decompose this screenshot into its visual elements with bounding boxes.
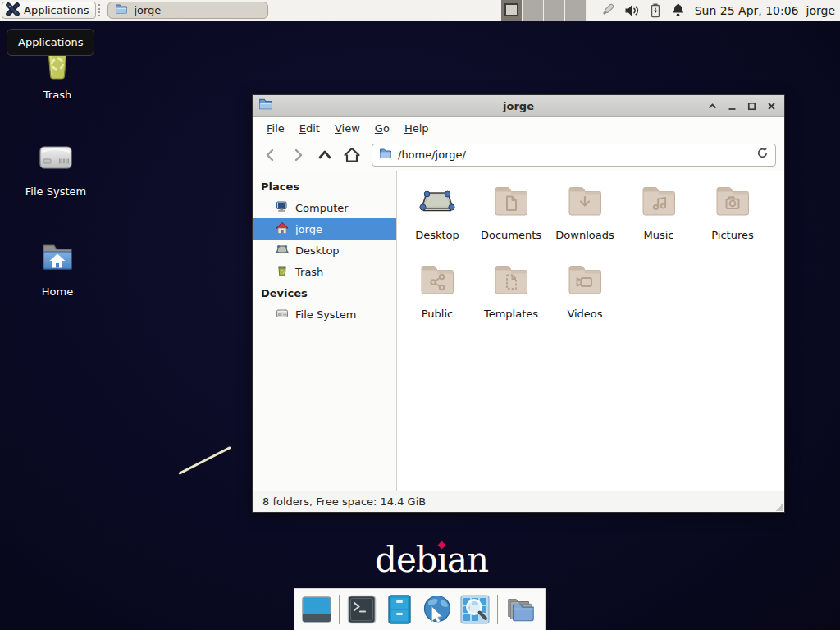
folder-icon xyxy=(115,2,128,18)
debian-logo: debıan xyxy=(375,543,488,578)
window-titlebar[interactable]: jorge xyxy=(253,95,784,117)
maximize-button[interactable] xyxy=(745,99,759,113)
folder-item-templates[interactable]: Templates xyxy=(474,260,548,337)
stylus-tool-icon[interactable] xyxy=(600,2,615,18)
menu-go[interactable]: Go xyxy=(368,120,396,137)
sidebar-item-label: Computer xyxy=(295,202,349,214)
dock-web-browser-launcher[interactable] xyxy=(422,594,453,625)
downloads-folder-icon xyxy=(565,181,605,223)
public-folder-icon xyxy=(418,260,457,302)
window-controls xyxy=(705,99,778,113)
top-panel: Applications jorge xyxy=(0,0,840,21)
globe-browser-icon xyxy=(422,594,453,625)
folder-item-label: Desktop xyxy=(415,229,459,241)
panel-clock[interactable]: Sun 25 Apr, 10:06 xyxy=(695,4,799,17)
folder-item-documents[interactable]: Documents xyxy=(474,181,548,258)
debian-logo-i: ı xyxy=(437,540,447,580)
desktop-icon-file-system[interactable]: File System xyxy=(15,138,97,198)
dock-show-desktop-button[interactable] xyxy=(301,594,332,625)
sidebar-item-file-system[interactable]: File System xyxy=(253,304,396,325)
debian-logo-text: deb xyxy=(375,540,437,580)
workspace-2[interactable] xyxy=(523,0,544,21)
file-manager-window: jorge File Edit View Go Help xyxy=(252,94,785,513)
sidebar-item-jorge[interactable]: jorge xyxy=(253,218,396,240)
drive-icon xyxy=(276,307,289,322)
panel-username[interactable]: jorge xyxy=(806,4,835,17)
volume-icon[interactable] xyxy=(624,3,640,18)
applications-tooltip: Applications xyxy=(7,29,94,56)
desktop-icon-home[interactable]: Home xyxy=(16,238,98,298)
menu-help[interactable]: Help xyxy=(398,120,436,137)
desktop-surface-icon xyxy=(418,181,457,223)
menu-label: V xyxy=(335,122,342,135)
menu-file[interactable]: File xyxy=(260,120,291,137)
desktop-icon-label: Home xyxy=(42,285,73,298)
pointer-stroke xyxy=(178,446,231,475)
sidebar-devices-header: Devices xyxy=(253,282,396,304)
back-button[interactable] xyxy=(261,145,281,165)
location-bar[interactable] xyxy=(372,144,776,167)
taskbar-window-button[interactable]: jorge xyxy=(107,2,268,19)
folder-item-public[interactable]: Public xyxy=(400,260,474,337)
sidebar-item-label: jorge xyxy=(295,223,322,235)
menu-edit[interactable]: Edit xyxy=(293,120,326,137)
home-button[interactable] xyxy=(342,145,362,165)
folder-item-label: Documents xyxy=(481,229,541,241)
menu-view[interactable]: View xyxy=(328,120,367,137)
menu-label: dit xyxy=(306,122,320,135)
toolbar xyxy=(253,139,784,171)
forward-button[interactable] xyxy=(288,145,308,165)
sidebar-item-desktop[interactable]: Desktop xyxy=(253,240,396,261)
folder-item-label: Videos xyxy=(567,308,602,320)
window-title: jorge xyxy=(253,100,784,112)
resize-grip[interactable] xyxy=(775,503,783,511)
dock-file-manager-launcher[interactable] xyxy=(384,594,415,625)
folder-item-music[interactable]: Music xyxy=(622,181,696,258)
folder-item-videos[interactable]: Videos xyxy=(548,260,622,337)
menu-label: ile xyxy=(272,122,285,135)
file-grid: Desktop Documents xyxy=(397,171,784,491)
menu-label: E xyxy=(299,122,306,135)
up-button[interactable] xyxy=(315,145,335,165)
sidebar-places-header: Places xyxy=(253,176,396,197)
dock-directory-menu[interactable] xyxy=(504,594,536,625)
dock-terminal-launcher[interactable] xyxy=(346,594,377,625)
workspace-3[interactable] xyxy=(544,0,565,21)
documents-folder-icon xyxy=(491,181,531,223)
panel-handle[interactable] xyxy=(98,4,102,16)
workspace-switcher xyxy=(501,0,587,21)
system-tray xyxy=(600,2,685,18)
folder-item-label: Pictures xyxy=(711,229,753,241)
xfce-applications-icon xyxy=(6,2,20,19)
desktop-icon xyxy=(276,243,289,258)
debian-logo-text: an xyxy=(447,540,488,580)
menu-label: o xyxy=(383,122,390,135)
applications-menu-button[interactable]: Applications xyxy=(2,2,96,19)
sidebar: Places Computer xyxy=(253,171,397,491)
menu-label: iew xyxy=(342,122,360,135)
reload-icon[interactable] xyxy=(756,147,769,162)
folder-item-label: Downloads xyxy=(555,229,614,241)
menu-label: G xyxy=(375,122,383,135)
shade-button[interactable] xyxy=(705,99,719,113)
close-button[interactable] xyxy=(765,99,778,113)
folder-item-desktop[interactable]: Desktop xyxy=(400,181,474,258)
dock-separator xyxy=(339,595,340,624)
music-folder-icon xyxy=(639,181,678,223)
sidebar-item-computer[interactable]: Computer xyxy=(253,197,396,218)
battery-icon[interactable] xyxy=(649,2,662,18)
folder-item-label: Templates xyxy=(484,308,538,320)
window-content: Places Computer xyxy=(253,171,784,491)
home-folder-icon xyxy=(38,238,77,280)
folder-item-downloads[interactable]: Downloads xyxy=(548,181,622,258)
path-input[interactable] xyxy=(398,148,751,161)
dock-app-finder-launcher[interactable] xyxy=(459,594,491,625)
notifications-bell-icon[interactable] xyxy=(671,2,685,18)
folder-item-pictures[interactable]: Pictures xyxy=(696,181,769,258)
status-text: 8 folders, Free space: 14.4 GiB xyxy=(262,495,426,508)
workspace-4[interactable] xyxy=(565,0,587,21)
dock-separator xyxy=(497,595,498,624)
workspace-1[interactable] xyxy=(501,0,523,21)
minimize-button[interactable] xyxy=(725,99,739,113)
sidebar-item-trash[interactable]: Trash xyxy=(253,261,396,282)
